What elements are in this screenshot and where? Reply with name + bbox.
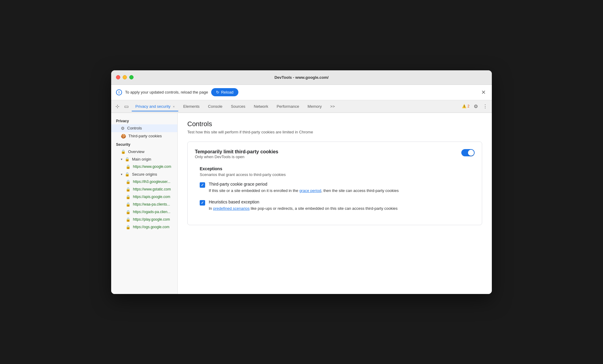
sidebar-item-label: Third-party cookies	[128, 134, 162, 138]
exception-desc-after: like pop-ups or redirects, a site embedd…	[250, 206, 398, 211]
window-title: DevTools - www.google.com/	[274, 75, 328, 80]
secure-origin-url: https://www.gstatic.com	[133, 187, 171, 191]
secure-origin-url: https://ogs.google.com	[133, 225, 169, 229]
sidebar: Privacy ⚙ Controls 🍪 Third-party cookies…	[111, 113, 178, 294]
main-panel: Controls Test how this site will perform…	[178, 113, 492, 294]
secure-origin-url: https://apis.google.com	[133, 195, 170, 199]
sidebar-item-overview[interactable]: 🔒 Overview	[111, 148, 177, 155]
card-desc: Only when DevTools is open	[195, 155, 278, 159]
lock-icon: 🔒	[125, 157, 130, 161]
privacy-section-title: Privacy	[111, 117, 177, 124]
lock-icon: 🔒	[126, 225, 131, 229]
sidebar-item-label: Overview	[128, 149, 144, 154]
exception-desc: In predefined scenarios like pop-ups or …	[209, 206, 398, 212]
secure-origin-url: https://waa-pa.clients...	[133, 202, 170, 206]
device-icon: ▭	[124, 104, 129, 109]
exception-desc-before: If this site or a site embedded on it is…	[209, 188, 299, 193]
secure-origin-url: https://play.google.com	[133, 217, 170, 222]
warning-badge[interactable]: ⚠️ 2	[461, 103, 471, 110]
tab-network[interactable]: Network	[250, 102, 272, 111]
grace-period-link[interactable]: grace period	[299, 188, 321, 193]
more-options-button[interactable]: ⋮	[481, 102, 489, 110]
lock-icon: 🔒	[126, 187, 131, 192]
card-title: Temporarily limit third-party cookies	[195, 149, 278, 155]
sidebar-item-controls[interactable]: ⚙ Controls	[111, 124, 177, 132]
limit-cookies-toggle[interactable]	[461, 149, 475, 156]
notification-close-button[interactable]: ✕	[480, 88, 487, 97]
exception-content: Heuristics based exception In predefined…	[209, 200, 398, 212]
settings-button[interactable]: ⚙	[472, 102, 480, 110]
lock-icon: 🔒	[126, 180, 131, 184]
tabs-right: ⚠️ 2 ⚙ ⋮	[461, 102, 489, 110]
traffic-lights	[116, 75, 134, 79]
tab-performance[interactable]: Performance	[273, 102, 303, 111]
tab-privacy-and-security[interactable]: Privacy and security ×	[132, 102, 178, 111]
panel-title: Controls	[187, 120, 482, 128]
grace-period-checkbox[interactable]	[200, 182, 205, 188]
lock-icon: 🔒	[121, 149, 126, 154]
tab-label: Performance	[277, 104, 299, 109]
exception-title: Heuristics based exception	[209, 200, 398, 204]
info-icon: i	[116, 89, 122, 95]
exception-desc-after: , then the site can access third-party c…	[321, 188, 399, 193]
tab-memory[interactable]: Memory	[304, 102, 325, 111]
tab-console[interactable]: Console	[205, 102, 226, 111]
sidebar-item-secure-origin-6[interactable]: 🔒 https://ogs.google.com	[111, 223, 177, 231]
close-traffic-light[interactable]	[116, 75, 120, 79]
notification-bar: i To apply your updated controls, reload…	[111, 85, 492, 100]
minimize-traffic-light[interactable]	[123, 75, 127, 79]
tab-label: Console	[208, 104, 223, 109]
inspect-icon: ⊹	[115, 104, 119, 109]
reload-icon: ↻	[216, 90, 219, 94]
sidebar-item-secure-origin-4[interactable]: 🔒 https://ogads-pa.clien...	[111, 208, 177, 216]
expand-arrow-icon: ▾	[121, 173, 122, 176]
exceptions-desc: Scenarios that grant access to third-par…	[195, 172, 475, 177]
tab-label: Sources	[231, 104, 245, 109]
exception-item-grace-period: Third-party cookie grace period If this …	[195, 182, 475, 194]
sidebar-item-secure-origin-3[interactable]: 🔒 https://waa-pa.clients...	[111, 201, 177, 208]
sidebar-item-third-party-cookies[interactable]: 🍪 Third-party cookies	[111, 132, 177, 140]
fullscreen-traffic-light[interactable]	[129, 75, 134, 79]
lock-icon: 🔒	[126, 217, 131, 222]
tab-label: Network	[254, 104, 268, 109]
gear-icon: ⚙	[121, 126, 125, 131]
exceptions-title: Exceptions	[195, 166, 475, 171]
lock-icon: 🔒	[125, 172, 130, 177]
exception-title: Third-party cookie grace period	[209, 182, 399, 187]
tab-elements[interactable]: Elements	[179, 102, 203, 111]
sidebar-item-main-origin[interactable]: ▾ 🔒 Main origin	[111, 155, 177, 163]
exception-desc-before: In	[209, 206, 213, 211]
cookie-icon: 🍪	[121, 134, 126, 139]
sidebar-item-secure-origin-0[interactable]: 🔒 https://lh3.googleuser...	[111, 178, 177, 186]
sidebar-item-label: Main origin	[132, 157, 151, 161]
reload-button[interactable]: ↻ Reload	[211, 88, 238, 96]
heuristics-checkbox[interactable]	[200, 200, 205, 206]
main-content: Privacy ⚙ Controls 🍪 Third-party cookies…	[111, 113, 492, 294]
tab-label: Elements	[183, 104, 199, 109]
sidebar-item-secure-origin-2[interactable]: 🔒 https://apis.google.com	[111, 193, 177, 201]
sidebar-item-main-origin-url[interactable]: 🔒 https://www.google.com	[111, 163, 177, 171]
secure-origin-url: https://ogads-pa.clien...	[133, 210, 170, 214]
lock-icon: 🔒	[126, 195, 131, 199]
predefined-scenarios-link[interactable]: predefined scenarios	[213, 206, 250, 211]
main-origin-url: https://www.google.com	[133, 164, 171, 169]
sidebar-item-secure-origin-1[interactable]: 🔒 https://www.gstatic.com	[111, 186, 177, 193]
sidebar-item-secure-origin-5[interactable]: 🔒 https://play.google.com	[111, 216, 177, 223]
gear-icon: ⚙	[474, 104, 478, 109]
sidebar-item-secure-origins[interactable]: ▾ 🔒 Secure origins	[111, 171, 177, 178]
expand-arrow-icon: ▾	[121, 158, 122, 161]
tab-sources[interactable]: Sources	[227, 102, 249, 111]
tabs-bar: ⊹ ▭ Privacy and security × Elements Cons…	[111, 100, 492, 113]
tab-close-icon[interactable]: ×	[173, 105, 175, 108]
inspect-element-button[interactable]: ⊹	[114, 102, 121, 111]
security-section-title: Security	[111, 140, 177, 148]
tab-label: Memory	[308, 104, 322, 109]
lock-icon: 🔒	[126, 164, 131, 169]
tab-more-button[interactable]: >>	[327, 102, 338, 111]
reload-label: Reload	[221, 90, 234, 94]
exception-content: Third-party cookie grace period If this …	[209, 182, 399, 194]
sidebar-item-label: Secure origins	[132, 172, 157, 177]
device-mode-button[interactable]: ▭	[122, 102, 131, 111]
notification-message: To apply your updated controls, reload t…	[125, 90, 208, 94]
controls-card: Temporarily limit third-party cookies On…	[187, 142, 482, 225]
